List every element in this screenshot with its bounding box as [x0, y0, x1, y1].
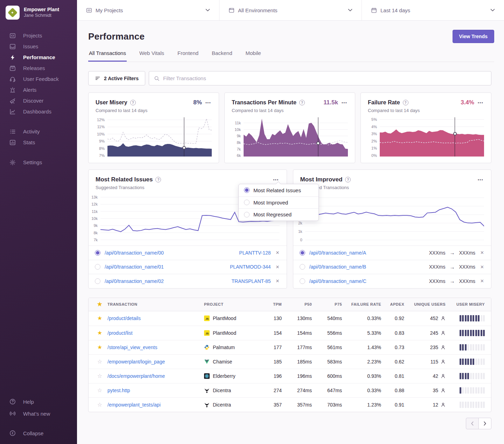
sidebar-item-releases[interactable]: Releases	[0, 63, 77, 74]
user-misery-bars	[449, 402, 485, 408]
select-transaction-radio[interactable]	[95, 278, 100, 284]
card-menu-button[interactable]	[477, 177, 484, 182]
misery-bar	[470, 330, 472, 336]
dismiss-icon[interactable]	[275, 264, 280, 270]
select-transaction-radio[interactable]	[95, 250, 100, 256]
option-label: Most Related Issues	[253, 187, 301, 193]
star-icon[interactable]: ☆	[97, 359, 102, 365]
issue-link[interactable]: PLANTTV-128	[239, 250, 271, 256]
issue-link[interactable]: TRANSPLANT-85	[232, 278, 271, 284]
duration-before: XXXms	[429, 250, 446, 256]
y-axis-tick: 10%	[97, 132, 105, 136]
option-radio[interactable]	[244, 212, 250, 217]
sidebar-item-issues[interactable]: Issues	[0, 41, 77, 52]
active-filters-button[interactable]: 2 Active Filters	[88, 71, 145, 85]
transaction-link[interactable]: /api/0/transaction_name/C	[309, 278, 366, 284]
previous-page-button[interactable]	[466, 418, 479, 429]
y-axis-tick: 11k	[235, 121, 241, 125]
transaction-link[interactable]: /api/0/transaction_name/B	[309, 264, 366, 270]
star-icon[interactable]: ★	[97, 345, 102, 350]
sidebar-item-alerts[interactable]: Alerts	[0, 84, 77, 95]
sidebar-item-projects[interactable]: Projects	[0, 30, 77, 41]
transaction-link[interactable]: /store/api_view_events	[107, 345, 157, 350]
sidebar-item-help[interactable]: Help	[0, 396, 77, 408]
y-axis-tick: 6k	[237, 153, 241, 158]
apdex-value: 0.83	[385, 330, 408, 336]
view-trends-button[interactable]: View Trends	[453, 30, 494, 43]
dismiss-icon[interactable]	[479, 249, 485, 256]
star-icon[interactable]: ☆	[97, 373, 102, 379]
card-menu-button[interactable]	[341, 100, 348, 105]
sidebar-item-user-feedback[interactable]: User Feedback	[0, 74, 77, 84]
option-radio[interactable]	[244, 200, 250, 205]
help-icon[interactable]	[403, 100, 408, 105]
tpm-value: 357	[263, 402, 285, 408]
select-transaction-radio[interactable]	[95, 264, 100, 270]
transactions-table: ★TRANSACTIONPROJECTTPMP50P75FAILURE RATE…	[88, 298, 491, 412]
sidebar-collapse-button[interactable]: Collapse	[0, 427, 77, 439]
sidebar-item-activity[interactable]: Activity	[0, 126, 77, 137]
tab-backend[interactable]: Backend	[211, 50, 233, 62]
p50-value: 154ms	[285, 330, 315, 336]
transaction-link[interactable]: /api/0/transaction_name/01	[105, 264, 164, 270]
project-filter-dropdown[interactable]: My Projects	[77, 0, 219, 20]
card-menu-button[interactable]	[477, 100, 484, 105]
help-icon[interactable]	[155, 177, 161, 182]
search-input[interactable]	[163, 75, 486, 81]
menu-option-most-regressed[interactable]: Most Regressed	[239, 208, 318, 221]
transaction-link[interactable]: /product/list	[107, 330, 133, 336]
option-radio[interactable]	[244, 187, 250, 193]
transaction-link[interactable]: /product/details	[107, 315, 141, 321]
transaction-link[interactable]: /api/0/transaction_name/02	[105, 278, 164, 284]
menu-option-most-improved[interactable]: Most Improved	[239, 196, 318, 209]
sidebar-item-discover[interactable]: Discover	[0, 95, 77, 106]
page-header: Performance View Trends All Transactions…	[77, 21, 504, 62]
p75-value: 703ms	[315, 402, 345, 408]
dismiss-icon[interactable]	[479, 264, 485, 270]
tab-frontend[interactable]: Frontend	[177, 50, 199, 62]
dismiss-icon[interactable]	[479, 278, 485, 284]
transaction-link[interactable]: /api/0/transaction_name/A	[309, 250, 366, 256]
metric-card-user_misery: User Misery8%Compared to last 14 days12%…	[88, 92, 219, 163]
sidebar-item-dashboards[interactable]: Dashboards	[0, 106, 77, 117]
environment-filter-dropdown[interactable]: All Environments	[219, 0, 362, 20]
sidebar-item-settings[interactable]: Settings	[0, 157, 77, 168]
select-transaction-radio[interactable]	[300, 278, 305, 284]
star-icon[interactable]: ☆	[97, 402, 102, 408]
misery-bar	[470, 387, 472, 394]
select-transaction-radio[interactable]	[300, 250, 305, 256]
issue-link[interactable]: PLANTMOOD-344	[230, 264, 271, 270]
org-switcher[interactable]: Empower Plant Jane Schmidt	[0, 6, 77, 20]
sidebar-item-whats-new[interactable]: What’s new	[0, 408, 77, 419]
help-icon[interactable]	[345, 177, 351, 182]
next-page-button[interactable]	[478, 418, 491, 429]
sidebar-item-stats[interactable]: Stats	[0, 137, 77, 148]
date-range-dropdown[interactable]: Last 14 days	[362, 0, 504, 20]
star-icon[interactable]: ★	[97, 301, 103, 307]
sidebar-item-performance[interactable]: Performance	[0, 52, 77, 63]
tab-all-transactions[interactable]: All Transactions	[88, 50, 127, 62]
tab-web-vitals[interactable]: Web Vitals	[139, 50, 165, 62]
transaction-link[interactable]: /docs/empowerplant/home	[107, 373, 165, 379]
menu-option-most-related-issues[interactable]: Most Related Issues	[239, 184, 318, 196]
help-icon[interactable]	[299, 100, 305, 105]
misery-bar	[475, 359, 477, 365]
star-icon[interactable]: ☆	[97, 388, 102, 393]
dismiss-icon[interactable]	[275, 278, 280, 284]
y-axis-tick: 11k	[92, 209, 98, 214]
transaction-link[interactable]: /empowerplant_tests/api	[107, 402, 161, 408]
transaction-link[interactable]: /empowerplant/login_page	[107, 359, 165, 365]
card-menu-button[interactable]	[205, 100, 212, 105]
dismiss-icon[interactable]	[275, 249, 280, 256]
main-area: My Projects All Environments Last 14 day…	[77, 0, 504, 444]
star-icon[interactable]: ★	[97, 330, 102, 336]
org-text: Empower Plant Jane Schmidt	[24, 7, 59, 19]
y-axis-tick: 2%	[371, 139, 377, 143]
transaction-link[interactable]: /api/0/transaction_name/00	[105, 250, 164, 256]
transaction-link[interactable]: pytest.http	[107, 388, 130, 393]
metric-card-failure_rate: Failure Rate3.4%Compared to last 14 days…	[360, 92, 491, 163]
star-icon[interactable]: ★	[97, 315, 102, 321]
tab-mobile[interactable]: Mobile	[245, 50, 261, 62]
help-icon[interactable]	[130, 100, 136, 105]
select-transaction-radio[interactable]	[300, 264, 305, 270]
